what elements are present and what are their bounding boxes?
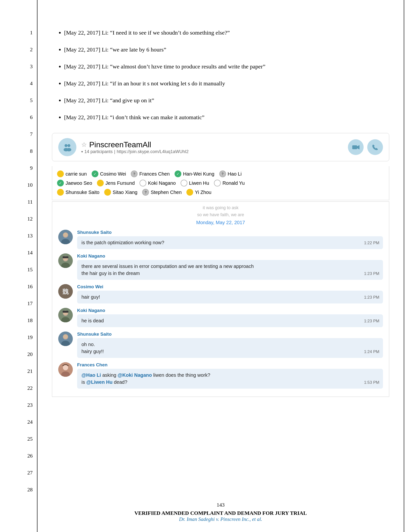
- line-num-13: 13: [0, 227, 37, 244]
- line-num-6: 6: [0, 109, 37, 126]
- group-info: ☆ PinscreenTeamAll ▾ 14 participants | h…: [81, 140, 348, 154]
- chat-time-shunsuke-1: 1:22 PM: [364, 240, 379, 246]
- avatar-shunsuke-saito: [58, 230, 73, 244]
- group-name-text: PinscreenTeamAll: [89, 140, 151, 149]
- chat-time-frances-1: 1:53 PM: [364, 380, 379, 386]
- participant-liwen-hu: Liwen Hu: [181, 180, 209, 186]
- status-icon-carrie: [57, 171, 64, 177]
- status-icon-sitao: [104, 189, 111, 196]
- status-icon-stephen: ?: [142, 189, 149, 196]
- video-call-button[interactable]: [348, 139, 364, 155]
- svg-rect-21: [63, 311, 68, 313]
- group-meta: ▾ 14 participants | https://join.skype.c…: [81, 149, 348, 154]
- avatar-koki-nagano: [58, 253, 73, 268]
- chat-bubble-koki-2: he is dead 1:23 PM: [77, 314, 383, 327]
- chat-text-cosimo-1: hair guy!: [82, 294, 120, 300]
- line-num-26: 26: [0, 447, 37, 464]
- svg-rect-14: [63, 256, 68, 258]
- chat-sender-shunsuke-1: Shunsuke Saito: [77, 230, 383, 235]
- participant-name-liwen: Liwen Hu: [189, 180, 209, 186]
- page-number: 143: [37, 502, 404, 508]
- line-num-15: 15: [0, 261, 37, 278]
- group-link: https://join.skype.com/L4luq1aWUhI2: [117, 149, 188, 154]
- bullet-item-5: [May 22, 2017] Li: “and give up on it”: [64, 92, 389, 109]
- participant-name-koki: Koki Nagano: [148, 180, 176, 186]
- participant-ronald-yu: Ronald Yu: [214, 180, 245, 186]
- chat-message-shunsuke-1: Shunsuke Saito is the patch optimization…: [58, 230, 383, 249]
- participant-hao-li: ? Hao Li: [219, 171, 242, 177]
- status-icon-jaewoo: ✓: [57, 180, 64, 186]
- avatar-cosimo-wei: 魏: [58, 284, 73, 299]
- svg-point-1: [67, 144, 70, 147]
- line-num-18: 18: [0, 312, 37, 329]
- footer-title: VERIFIED AMENDED COMPLAINT AND DEMAND FO…: [37, 510, 404, 516]
- line-num-24: 24: [0, 414, 37, 430]
- chat-bubble-shunsuke-2: oh no.hairy guy!! 1:24 PM: [77, 338, 383, 358]
- chat-bubble-frances-1: @Hao Li asking @Koki Nagano liwen does t…: [77, 369, 383, 389]
- line-num-4: 4: [0, 75, 37, 92]
- chat-date: Monday, May 22, 2017: [58, 220, 383, 225]
- svg-point-29: [63, 365, 68, 370]
- participant-name-jens: Jens Fursund: [105, 180, 135, 186]
- status-icon-shunsuke: [57, 189, 64, 196]
- participant-jens-fursund: Jens Fursund: [97, 180, 135, 186]
- status-icon-ronald: [214, 180, 221, 186]
- bullet-item-3: [May 22, 2017] Li: “we almost don’t hzve…: [64, 58, 389, 75]
- chat-sender-koki-2: Koki Nagano: [77, 308, 383, 313]
- bullet-item-4: [May 22, 2017] Li: “if in an hour it s n…: [64, 75, 389, 92]
- line-num-21: 21: [0, 363, 37, 380]
- chat-time-koki-1: 1:23 PM: [364, 271, 379, 277]
- chat-time-koki-2: 1:23 PM: [364, 318, 379, 324]
- avatar-koki-nagano-2: [58, 308, 73, 322]
- svg-point-25: [63, 334, 68, 339]
- participant-hanwei-kung: ✓ Han-Wei Kung: [175, 171, 215, 177]
- chat-sender-koki-1: Koki Nagano: [77, 253, 383, 259]
- star-icon: ☆: [81, 141, 87, 149]
- chat-text-koki-2: he is dead: [82, 318, 123, 323]
- chat-content-cosimo-1: Cosimo Wei hair guy! 1:23 PM: [77, 284, 383, 304]
- bullet-item-1: [May 22, 2017] Li: “I need it to see if …: [64, 24, 389, 41]
- chat-sender-frances-1: Frances Chen: [77, 362, 383, 368]
- chat-content-koki-2: Koki Nagano he is dead 1:23 PM: [77, 308, 383, 327]
- svg-marker-5: [357, 145, 360, 150]
- line-num-22: 22: [0, 380, 37, 397]
- line-num-3: 3: [0, 58, 37, 75]
- line-num-5: 5: [0, 92, 37, 109]
- bullet-item-6: [May 22, 2017] Li: “i don’t think we can…: [64, 109, 389, 126]
- participant-carrie-sun: carrie sun: [57, 171, 87, 177]
- svg-point-3: [66, 148, 71, 151]
- chat-bubble-shunsuke-1: is the patch optimization working now? 1…: [77, 236, 383, 249]
- avatar-frances-chen: [58, 362, 73, 377]
- line-num-7: 7: [0, 126, 37, 143]
- line-numbers-column: 1 2 3 4 5 6 7 8 9 10 11 12 13 14 15 16 1…: [0, 0, 37, 532]
- bullet-list: [May 22, 2017] Li: “I need it to see if …: [52, 24, 389, 126]
- participant-jaewoo-seo: ✓ Jaewoo Seo: [57, 180, 92, 186]
- chat-text-shunsuke-1: is the patch optimization working now?: [82, 240, 184, 245]
- status-icon-cosimo: ✓: [92, 171, 98, 177]
- chat-bubble-cosimo-1: hair guy! 1:23 PM: [77, 291, 383, 304]
- chat-content-shunsuke-1: Shunsuke Saito is the patch optimization…: [77, 230, 383, 249]
- status-icon-hanwei: ✓: [175, 171, 181, 177]
- status-icon-koki: [140, 180, 146, 186]
- header-actions: [348, 139, 383, 155]
- bullet-item-2: [May 22, 2017] Li: “we are late by 6 hou…: [64, 41, 389, 58]
- participant-name-jaewoo: Jaewoo Seo: [65, 180, 92, 186]
- status-icon-liwen: [181, 180, 187, 186]
- status-icon-haoli: ?: [219, 171, 226, 177]
- mention-hao-li: @Hao Li: [82, 372, 101, 378]
- participant-name-carrie: carrie sun: [65, 171, 87, 177]
- skype-group-header: ☆ PinscreenTeamAll ▾ 14 participants | h…: [52, 133, 389, 161]
- participant-name-yi: Yi Zhou: [195, 190, 211, 195]
- participants-count: 14 participants: [84, 149, 113, 154]
- group-name: ☆ PinscreenTeamAll: [81, 140, 348, 149]
- chat-area: it was going to ask so we have faith, we…: [52, 201, 389, 397]
- participant-shunsuke-saito: Shunsuke Saito: [57, 189, 99, 196]
- chat-time-shunsuke-2: 1:24 PM: [364, 349, 379, 355]
- chat-text-frances-1: @Hao Li asking @Koki Nagano liwen does t…: [82, 372, 379, 386]
- svg-rect-4: [352, 145, 357, 149]
- participant-stephen-chen: ? Stephen Chen: [142, 189, 182, 196]
- voice-call-button[interactable]: [367, 139, 383, 155]
- chat-text-koki-1: there are several issues in error comput…: [82, 263, 379, 277]
- line-num-25: 25: [0, 430, 37, 447]
- participant-name-cosimo: Cosimo Wei: [100, 171, 126, 177]
